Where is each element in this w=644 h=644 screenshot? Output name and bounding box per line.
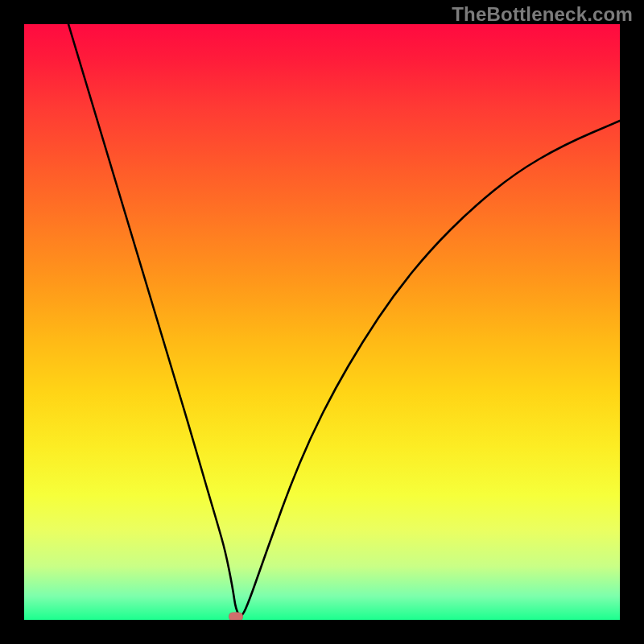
minimum-marker [229,613,243,621]
plot-outer-border [22,22,622,622]
chart-frame: TheBottleneck.com [0,0,644,644]
curve-path [68,24,620,616]
watermark-text: TheBottleneck.com [452,3,633,26]
plot-area [24,24,620,620]
bottleneck-curve [24,24,620,620]
